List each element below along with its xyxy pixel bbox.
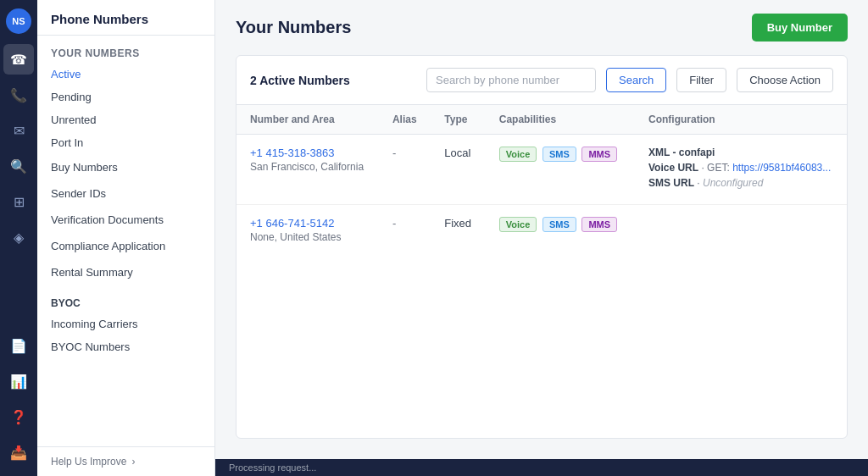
col-number: Number and Area <box>236 105 379 135</box>
sidebar-item-byoc-numbers[interactable]: BYOC Numbers <box>37 335 214 358</box>
numbers-table: Number and Area Alias Type Capabilities … <box>236 105 847 255</box>
sidebar-item-compliance[interactable]: Compliance Application <box>37 233 214 259</box>
top-bar: Your Numbers Buy Number <box>215 0 868 55</box>
col-type: Type <box>431 105 486 135</box>
sidebar-item-incoming-carriers[interactable]: Incoming Carriers <box>37 313 214 335</box>
phone-location: San Francisco, California <box>250 161 365 173</box>
xml-config: XML - confapi <box>648 147 833 158</box>
col-configuration: Configuration <box>635 105 847 135</box>
status-bar: Processing request... <box>215 459 868 476</box>
voice-badge: Voice <box>499 147 537 162</box>
sidebar-title: Phone Numbers <box>37 0 214 36</box>
module-nav-icon[interactable]: ◈ <box>3 222 34 252</box>
mms-badge: MMS <box>581 217 617 232</box>
sidebar-item-rental-summary[interactable]: Rental Summary <box>37 259 214 285</box>
configuration-cell: XML - confapi Voice URL · GET: https://9… <box>635 135 847 205</box>
chevron-right-icon: › <box>131 456 135 468</box>
phone-nav-icon[interactable]: ☎ <box>3 44 34 75</box>
alias-value: - <box>392 147 396 159</box>
type-cell: Local <box>431 135 486 205</box>
col-alias: Alias <box>379 105 431 135</box>
choose-action-button[interactable]: Choose Action <box>737 68 833 92</box>
phone-location: None, United States <box>250 231 365 243</box>
capabilities-cell: Voice SMS MMS <box>486 135 635 205</box>
app-logo: NS <box>6 8 31 34</box>
message-nav-icon[interactable]: ✉ <box>3 115 34 146</box>
call-nav-icon[interactable]: 📞 <box>3 80 34 110</box>
grid-nav-icon[interactable]: ⊞ <box>3 186 34 217</box>
number-area-cell: +1 646-741-5142 None, United States <box>236 205 379 256</box>
docs-nav-icon[interactable]: 📄 <box>3 330 34 361</box>
filter-button[interactable]: Filter <box>676 68 726 92</box>
buy-number-button[interactable]: Buy Number <box>752 14 848 42</box>
capabilities-cell: Voice SMS MMS <box>486 205 635 256</box>
sms-url-config: SMS URL · Unconfigured <box>648 177 833 189</box>
numbers-table-container: 2 Active Numbers Search Filter Choose Ac… <box>236 55 848 439</box>
inbox-nav-icon[interactable]: 📥 <box>3 437 34 468</box>
alias-cell: - <box>379 135 431 205</box>
icon-bar: NS ☎ 📞 ✉ 🔍 ⊞ ◈ 📄 📊 ❓ 📥 <box>0 0 37 476</box>
col-capabilities: Capabilities <box>486 105 635 135</box>
sidebar: Phone Numbers Your Numbers Active Pendin… <box>37 0 215 476</box>
type-value: Fixed <box>444 217 471 230</box>
table-controls: 2 Active Numbers Search Filter Choose Ac… <box>236 56 847 105</box>
voice-url-config: Voice URL · GET: https://9581bf46083... <box>648 162 833 174</box>
number-area-cell: +1 415-318-3863 San Francisco, Californi… <box>236 135 379 205</box>
your-numbers-section: Your Numbers <box>37 36 214 63</box>
sidebar-item-port-in[interactable]: Port In <box>37 131 214 154</box>
sidebar-item-pending[interactable]: Pending <box>37 86 214 108</box>
page-title: Your Numbers <box>236 18 351 37</box>
sidebar-item-buy-numbers[interactable]: Buy Numbers <box>37 154 214 180</box>
sidebar-item-unrented[interactable]: Unrented <box>37 108 214 131</box>
sidebar-item-verification[interactable]: Verification Documents <box>37 207 214 233</box>
status-text: Processing request... <box>229 462 316 473</box>
help-us-improve[interactable]: Help Us Improve › <box>37 447 214 476</box>
search-button[interactable]: Search <box>606 68 666 92</box>
type-cell: Fixed <box>431 205 486 256</box>
table-row: +1 646-741-5142 None, United States - Fi… <box>236 205 847 256</box>
chart-nav-icon[interactable]: 📊 <box>3 366 34 396</box>
mms-badge: MMS <box>581 147 617 162</box>
table-header-row: Number and Area Alias Type Capabilities … <box>236 105 847 135</box>
byoc-section: BYOC <box>37 285 214 313</box>
main-content: Your Numbers Buy Number 2 Active Numbers… <box>215 0 868 476</box>
type-value: Local <box>444 147 470 159</box>
phone-number[interactable]: +1 415-318-3863 <box>250 147 365 159</box>
sidebar-item-active[interactable]: Active <box>37 63 214 86</box>
voice-badge: Voice <box>499 217 537 232</box>
search-nav-icon[interactable]: 🔍 <box>3 151 34 181</box>
help-nav-icon[interactable]: ❓ <box>3 401 34 432</box>
phone-number[interactable]: +1 646-741-5142 <box>250 217 365 230</box>
sidebar-item-sender-ids[interactable]: Sender IDs <box>37 180 214 207</box>
sidebar-footer: Help Us Improve › <box>37 446 214 476</box>
sms-unconfigured: Unconfigured <box>703 177 763 189</box>
alias-cell: - <box>379 205 431 256</box>
alias-value: - <box>392 217 396 230</box>
table-row: +1 415-318-3863 San Francisco, Californi… <box>236 135 847 205</box>
search-input[interactable] <box>426 68 596 92</box>
sms-badge: SMS <box>542 217 576 232</box>
voice-url-value[interactable]: https://9581bf46083... <box>732 162 831 174</box>
active-count-label: 2 Active Numbers <box>250 74 416 87</box>
sms-badge: SMS <box>542 147 576 162</box>
configuration-cell <box>635 205 847 256</box>
